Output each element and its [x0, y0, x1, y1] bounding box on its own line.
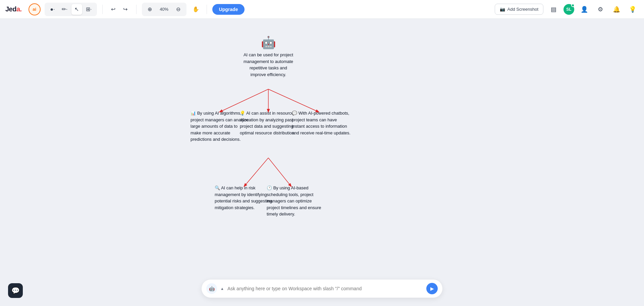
branch4-icon: 🔍	[215, 185, 220, 190]
chat-ai-icon[interactable]: 🤖	[206, 283, 217, 294]
topbar: Jeda. ai ●· ✏· ↖ ⊞· ↩ ↪ ⊕ 40% ⊖ ✋ Upgrad…	[0, 0, 644, 19]
branch5-icon: 🕐	[267, 185, 272, 190]
ai-mode-button[interactable]: ai	[29, 3, 41, 15]
branch3-text: With AI-powered chatbots, project teams …	[292, 111, 351, 135]
branch4-text: AI can help in risk management by identi…	[215, 185, 272, 210]
divider-3	[207, 5, 207, 14]
svg-line-0	[220, 89, 268, 112]
chat-input[interactable]	[227, 286, 423, 291]
branch-node-3: 💬 With AI-powered chatbots, project team…	[292, 110, 351, 136]
branch-node-4: 🔍 AI can help in risk management by iden…	[215, 185, 273, 211]
svg-line-4	[268, 158, 291, 186]
chat-chevron-icon[interactable]: ▲	[220, 287, 224, 291]
branch-node-5: 🕐 By using AI-based scheduling tools, pr…	[267, 185, 325, 218]
root-node: 🤖 AI can be used for project management …	[241, 36, 295, 78]
presentation-button[interactable]: ▤	[547, 3, 559, 15]
ai-button-label: ai	[33, 7, 36, 12]
zoom-controls: ⊕ 40% ⊖	[142, 3, 186, 16]
divider-1	[102, 5, 103, 14]
chat-bubble-corner[interactable]: 💬	[8, 283, 23, 298]
tool-pen[interactable]: ✏·	[59, 4, 70, 15]
robot-icon: 🤖	[261, 36, 276, 50]
chat-bar: 🤖 ▲ ▶	[201, 279, 443, 298]
branch2-icon: 💡	[240, 111, 245, 116]
undo-redo-group: ↩ ↪	[108, 4, 131, 15]
tool-cursor[interactable]: ↖	[71, 4, 82, 15]
divider-2	[136, 5, 137, 14]
upgrade-button[interactable]: Upgrade	[212, 4, 245, 15]
zoom-in-button[interactable]: ⊕	[145, 4, 155, 15]
branch5-text: By using AI-based scheduling tools, proj…	[267, 185, 321, 217]
branch1-icon: 📊	[191, 111, 196, 116]
avatar[interactable]: SL	[564, 4, 574, 15]
tool-circle[interactable]: ●·	[47, 4, 58, 15]
mindmap-container: 🤖 AI can be used for project management …	[0, 19, 644, 306]
send-icon: ▶	[430, 286, 434, 291]
tool-grid[interactable]: ⊞·	[84, 4, 94, 15]
zoom-out-button[interactable]: ⊖	[173, 4, 184, 15]
help-button[interactable]: 💡	[627, 3, 639, 15]
chat-send-button[interactable]: ▶	[426, 283, 438, 294]
screenshot-icon: 📷	[500, 7, 505, 12]
canvas-area[interactable]: 🤖 AI can be used for project management …	[0, 19, 644, 306]
app-logo: Jeda.	[5, 5, 22, 13]
svg-line-3	[244, 158, 268, 186]
chat-bubble-icon: 💬	[11, 287, 20, 295]
add-screenshot-button[interactable]: 📷 Add Screenshot	[495, 4, 543, 15]
branch3-icon: 💬	[292, 111, 297, 116]
branch-node-2: 💡 AI can assist in resource allocation b…	[240, 110, 299, 136]
user-profile-button[interactable]: 👤	[578, 3, 590, 15]
undo-button[interactable]: ↩	[108, 4, 119, 15]
mindmap-arrows	[0, 19, 644, 306]
add-screenshot-label: Add Screenshot	[507, 7, 538, 12]
topbar-right: 📷 Add Screenshot ▤ SL 👤 ⚙ 🔔 💡	[495, 3, 639, 15]
svg-line-2	[268, 89, 319, 112]
redo-button[interactable]: ↪	[120, 4, 131, 15]
zoom-level: 40%	[157, 7, 172, 12]
online-indicator	[571, 4, 575, 7]
pan-tool-button[interactable]: ✋	[191, 4, 201, 15]
drawing-tools: ●· ✏· ↖ ⊞·	[45, 3, 97, 16]
settings-button[interactable]: ⚙	[594, 3, 606, 15]
root-text: AI can be used for project management to…	[241, 52, 295, 78]
branch2-text: AI can assist in resource allocation by …	[240, 111, 296, 135]
notifications-button[interactable]: 🔔	[610, 3, 623, 15]
